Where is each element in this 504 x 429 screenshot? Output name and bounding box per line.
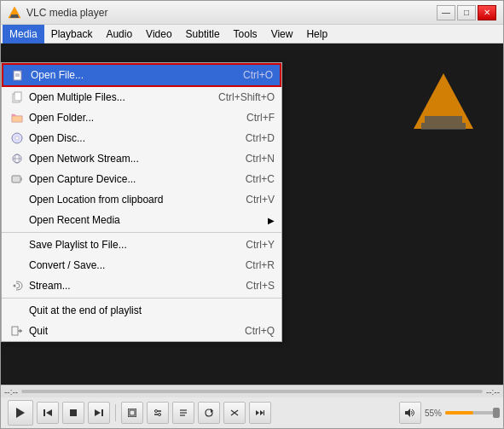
play-button[interactable]: [8, 400, 33, 426]
menu-subtitle[interactable]: Subtitle: [179, 25, 227, 43]
stream-shortcut: Ctrl+S: [246, 280, 275, 292]
window-title: VLC media player: [26, 7, 437, 19]
open-file-label: Open File...: [31, 69, 226, 81]
svg-rect-31: [130, 410, 135, 415]
menu-open-recent[interactable]: Open Recent Media ▶: [2, 210, 281, 230]
time-right: --:--: [486, 387, 500, 397]
progress-track[interactable]: [21, 390, 483, 393]
svg-marker-26: [46, 409, 52, 416]
svg-line-42: [235, 413, 238, 415]
mute-button[interactable]: [399, 402, 421, 424]
stream-icon: [9, 279, 26, 293]
svg-rect-5: [421, 123, 466, 130]
menu-convert-save[interactable]: Convert / Save... Ctrl+R: [2, 255, 281, 275]
svg-line-41: [231, 410, 235, 413]
volume-slider[interactable]: [445, 411, 496, 415]
vlc-window: VLC media player — □ ✕ Media Playback Au…: [0, 0, 504, 429]
stream-label: Stream...: [29, 280, 229, 292]
buttons-row: 55%: [1, 397, 503, 428]
menu-open-folder[interactable]: Open Folder... Ctrl+F: [2, 107, 281, 128]
menu-open-multiple[interactable]: Open Multiple Files... Ctrl+Shift+O: [2, 87, 281, 107]
quit-playlist-label: Quit at the end of playlist: [29, 304, 258, 316]
open-file-shortcut: Ctrl+O: [243, 69, 273, 81]
open-folder-label: Open Folder...: [29, 112, 229, 124]
prev-button[interactable]: [37, 402, 59, 424]
random-button[interactable]: [223, 402, 246, 424]
menu-open-disc[interactable]: Open Disc... Ctrl+D: [2, 128, 281, 148]
svg-point-34: [155, 410, 158, 413]
close-button[interactable]: ✕: [478, 5, 496, 20]
menu-video[interactable]: Video: [139, 25, 178, 43]
quit-shortcut: Ctrl+Q: [245, 325, 275, 337]
menu-open-location[interactable]: Open Location from clipboard Ctrl+V: [2, 189, 281, 210]
frame-button[interactable]: [249, 402, 271, 424]
next-button[interactable]: [88, 402, 110, 424]
open-recent-label: Open Recent Media: [29, 214, 247, 226]
quit-icon: [9, 324, 26, 338]
open-location-icon: [9, 193, 26, 206]
open-location-shortcut: Ctrl+V: [246, 194, 275, 206]
svg-marker-44: [260, 410, 264, 415]
fullscreen-button[interactable]: [121, 402, 143, 424]
open-recent-arrow: ▶: [268, 216, 275, 225]
convert-save-shortcut: Ctrl+R: [246, 259, 275, 271]
open-folder-shortcut: Ctrl+F: [246, 112, 275, 124]
svg-marker-43: [256, 410, 259, 415]
vlc-cone-bg: [409, 69, 478, 137]
svg-rect-11: [14, 92, 21, 101]
open-capture-label: Open Capture Device...: [29, 173, 229, 185]
quit-playlist-icon: [9, 304, 26, 317]
volume-handle[interactable]: [493, 408, 500, 418]
svg-rect-18: [12, 176, 20, 183]
menu-help[interactable]: Help: [299, 25, 334, 43]
open-multiple-icon: [9, 90, 26, 104]
svg-marker-24: [16, 408, 25, 418]
title-bar: VLC media player — □ ✕: [1, 1, 503, 25]
menu-view[interactable]: View: [264, 25, 300, 43]
open-disc-shortcut: Ctrl+D: [246, 132, 275, 144]
convert-save-icon: [9, 258, 26, 272]
open-multiple-shortcut: Ctrl+Shift+O: [218, 91, 275, 103]
menu-stream[interactable]: Stream... Ctrl+S: [2, 275, 281, 296]
open-disc-label: Open Disc...: [29, 132, 229, 144]
menu-media[interactable]: Media: [3, 25, 44, 43]
save-playlist-icon: [9, 238, 26, 252]
menu-quit-playlist[interactable]: Quit at the end of playlist: [2, 300, 281, 321]
volume-fill: [445, 411, 473, 415]
menu-tools[interactable]: Tools: [227, 25, 264, 43]
svg-marker-29: [95, 409, 101, 416]
stop-button[interactable]: [62, 402, 84, 424]
svg-rect-45: [264, 410, 264, 415]
menu-bar: Media Playback Audio Video Subtitle Tool…: [1, 25, 503, 43]
svg-point-35: [159, 414, 161, 416]
volume-area: 55%: [399, 402, 496, 424]
playlist-button[interactable]: [172, 402, 194, 424]
open-file-icon: [10, 68, 27, 82]
loop-button[interactable]: [198, 402, 220, 424]
save-playlist-shortcut: Ctrl+Y: [246, 239, 275, 251]
menu-open-capture[interactable]: Open Capture Device... Ctrl+C: [2, 169, 281, 189]
menu-playback[interactable]: Playback: [44, 25, 100, 43]
open-recent-icon: [9, 213, 26, 227]
content-area: Open File... Ctrl+O Open Multiple Files.…: [1, 43, 503, 385]
open-multiple-label: Open Multiple Files...: [29, 91, 201, 103]
svg-rect-2: [10, 16, 19, 18]
menu-open-file[interactable]: Open File... Ctrl+O: [2, 63, 281, 87]
open-network-shortcut: Ctrl+N: [246, 153, 275, 165]
svg-point-20: [14, 285, 16, 287]
menu-quit[interactable]: Quit Ctrl+Q: [2, 321, 281, 341]
svg-rect-4: [425, 116, 462, 123]
open-network-label: Open Network Stream...: [29, 153, 229, 165]
open-disc-icon: [9, 131, 26, 145]
menu-audio[interactable]: Audio: [99, 25, 139, 43]
minimize-button[interactable]: —: [437, 5, 455, 20]
svg-marker-19: [20, 177, 22, 181]
separator-2: [2, 298, 281, 299]
maximize-button[interactable]: □: [457, 5, 476, 20]
menu-open-network[interactable]: Open Network Stream... Ctrl+N: [2, 148, 281, 169]
open-network-icon: [9, 152, 26, 165]
app-icon: [8, 6, 21, 20]
extended-settings-button[interactable]: [147, 402, 169, 424]
menu-save-playlist[interactable]: Save Playlist to File... Ctrl+Y: [2, 235, 281, 255]
time-left: --:--: [4, 387, 18, 397]
